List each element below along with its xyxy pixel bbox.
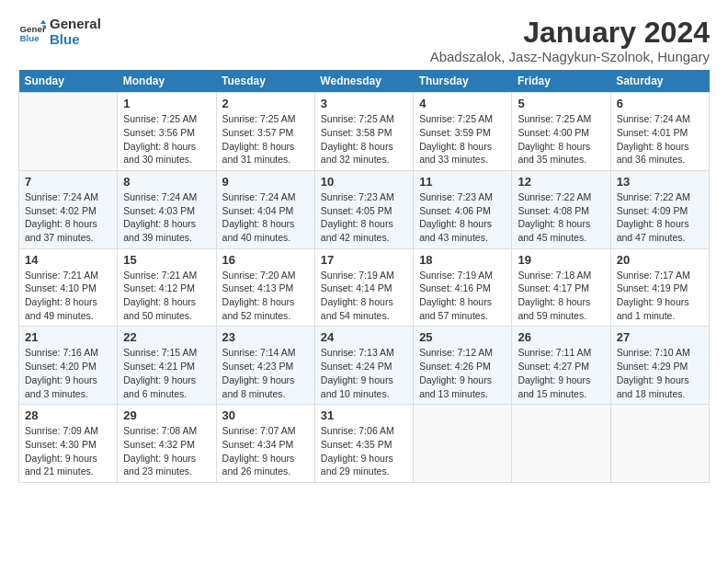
day-number: 26 — [518, 330, 604, 344]
day-number: 4 — [419, 97, 506, 110]
day-info: Sunrise: 7:18 AM Sunset: 4:17 PM Dayligh… — [518, 269, 604, 323]
day-info: Sunrise: 7:22 AM Sunset: 4:09 PM Dayligh… — [617, 190, 703, 245]
header-sunday: Sunday — [19, 70, 118, 93]
day-number: 12 — [518, 175, 604, 189]
day-number: 1 — [123, 97, 210, 110]
day-number: 8 — [123, 175, 210, 189]
day-number: 21 — [25, 330, 111, 344]
day-info: Sunrise: 7:24 AM Sunset: 4:04 PM Dayligh… — [222, 190, 309, 245]
calendar-header-row: SundayMondayTuesdayWednesdayThursdayFrid… — [19, 70, 710, 93]
week-row-3: 14Sunrise: 7:21 AM Sunset: 4:10 PM Dayli… — [19, 248, 710, 327]
calendar-cell: 21Sunrise: 7:16 AM Sunset: 4:20 PM Dayli… — [19, 327, 118, 405]
svg-text:Blue: Blue — [20, 32, 40, 42]
day-number: 24 — [321, 330, 407, 344]
calendar-cell: 29Sunrise: 7:08 AM Sunset: 4:32 PM Dayli… — [118, 405, 216, 483]
day-info: Sunrise: 7:14 AM Sunset: 4:23 PM Dayligh… — [222, 346, 309, 400]
svg-marker-2 — [40, 19, 46, 24]
calendar-cell: 11Sunrise: 7:23 AM Sunset: 4:06 PM Dayli… — [414, 170, 512, 248]
calendar-cell — [19, 93, 118, 171]
day-number: 29 — [123, 408, 210, 422]
logo-icon: General Blue — [18, 18, 46, 46]
day-info: Sunrise: 7:25 AM Sunset: 3:58 PM Dayligh… — [321, 112, 407, 167]
day-number: 22 — [123, 330, 210, 344]
calendar-cell: 27Sunrise: 7:10 AM Sunset: 4:29 PM Dayli… — [610, 327, 709, 405]
day-info: Sunrise: 7:09 AM Sunset: 4:30 PM Dayligh… — [25, 424, 111, 478]
day-number: 17 — [321, 253, 407, 267]
day-number: 15 — [123, 253, 210, 267]
calendar-cell: 31Sunrise: 7:06 AM Sunset: 4:35 PM Dayli… — [314, 405, 413, 483]
day-info: Sunrise: 7:20 AM Sunset: 4:13 PM Dayligh… — [222, 269, 309, 323]
day-number: 14 — [25, 253, 111, 267]
day-info: Sunrise: 7:24 AM Sunset: 4:01 PM Dayligh… — [617, 112, 703, 167]
calendar-cell: 16Sunrise: 7:20 AM Sunset: 4:13 PM Dayli… — [216, 248, 314, 327]
day-info: Sunrise: 7:08 AM Sunset: 4:32 PM Dayligh… — [123, 424, 210, 478]
calendar-cell: 7Sunrise: 7:24 AM Sunset: 4:02 PM Daylig… — [19, 170, 118, 248]
day-number: 2 — [222, 97, 309, 110]
day-number: 25 — [419, 330, 506, 344]
calendar-cell: 12Sunrise: 7:22 AM Sunset: 4:08 PM Dayli… — [512, 170, 610, 248]
week-row-4: 21Sunrise: 7:16 AM Sunset: 4:20 PM Dayli… — [19, 327, 710, 405]
calendar-cell: 25Sunrise: 7:12 AM Sunset: 4:26 PM Dayli… — [414, 327, 512, 405]
day-number: 20 — [617, 253, 703, 267]
logo-general: General — [50, 17, 101, 32]
header-friday: Friday — [512, 70, 610, 93]
day-number: 13 — [617, 175, 703, 189]
day-number: 7 — [25, 175, 111, 189]
day-info: Sunrise: 7:11 AM Sunset: 4:27 PM Dayligh… — [518, 346, 604, 400]
calendar-cell: 28Sunrise: 7:09 AM Sunset: 4:30 PM Dayli… — [19, 405, 118, 483]
calendar-cell: 20Sunrise: 7:17 AM Sunset: 4:19 PM Dayli… — [610, 248, 709, 327]
header-wednesday: Wednesday — [314, 70, 413, 93]
day-number: 19 — [518, 253, 604, 267]
day-info: Sunrise: 7:16 AM Sunset: 4:20 PM Dayligh… — [25, 346, 111, 400]
day-number: 16 — [222, 253, 309, 267]
calendar-cell: 14Sunrise: 7:21 AM Sunset: 4:10 PM Dayli… — [19, 248, 118, 327]
day-info: Sunrise: 7:24 AM Sunset: 4:02 PM Dayligh… — [25, 190, 111, 245]
calendar-cell: 8Sunrise: 7:24 AM Sunset: 4:03 PM Daylig… — [118, 170, 216, 248]
header: General Blue General Blue January 2024 A… — [18, 17, 710, 64]
day-info: Sunrise: 7:10 AM Sunset: 4:29 PM Dayligh… — [617, 346, 703, 400]
day-info: Sunrise: 7:13 AM Sunset: 4:24 PM Dayligh… — [321, 346, 407, 400]
header-saturday: Saturday — [610, 70, 709, 93]
day-info: Sunrise: 7:24 AM Sunset: 4:03 PM Dayligh… — [123, 190, 210, 245]
calendar-table: SundayMondayTuesdayWednesdayThursdayFrid… — [18, 70, 710, 483]
week-row-5: 28Sunrise: 7:09 AM Sunset: 4:30 PM Dayli… — [19, 405, 710, 483]
calendar-cell — [512, 405, 610, 483]
day-number: 6 — [617, 97, 703, 110]
day-info: Sunrise: 7:25 AM Sunset: 3:59 PM Dayligh… — [419, 112, 506, 167]
day-info: Sunrise: 7:07 AM Sunset: 4:34 PM Dayligh… — [222, 424, 309, 478]
day-number: 28 — [25, 408, 111, 422]
day-info: Sunrise: 7:12 AM Sunset: 4:26 PM Dayligh… — [419, 346, 506, 400]
day-info: Sunrise: 7:23 AM Sunset: 4:05 PM Dayligh… — [321, 190, 407, 245]
day-number: 5 — [518, 97, 604, 110]
calendar-cell: 30Sunrise: 7:07 AM Sunset: 4:34 PM Dayli… — [216, 405, 314, 483]
subtitle: Abadszalok, Jasz-Nagykun-Szolnok, Hungar… — [430, 49, 710, 64]
day-info: Sunrise: 7:23 AM Sunset: 4:06 PM Dayligh… — [419, 190, 506, 245]
day-number: 9 — [222, 175, 309, 189]
calendar-cell: 26Sunrise: 7:11 AM Sunset: 4:27 PM Dayli… — [512, 327, 610, 405]
calendar-cell: 19Sunrise: 7:18 AM Sunset: 4:17 PM Dayli… — [512, 248, 610, 327]
day-number: 31 — [321, 408, 407, 422]
logo-blue: Blue — [50, 32, 101, 48]
calendar-cell: 13Sunrise: 7:22 AM Sunset: 4:09 PM Dayli… — [610, 170, 709, 248]
calendar-cell: 5Sunrise: 7:25 AM Sunset: 4:00 PM Daylig… — [512, 93, 610, 171]
day-info: Sunrise: 7:25 AM Sunset: 3:57 PM Dayligh… — [222, 112, 309, 167]
day-info: Sunrise: 7:15 AM Sunset: 4:21 PM Dayligh… — [123, 346, 210, 400]
day-info: Sunrise: 7:22 AM Sunset: 4:08 PM Dayligh… — [518, 190, 604, 245]
logo: General Blue General Blue — [18, 17, 101, 47]
calendar-cell: 1Sunrise: 7:25 AM Sunset: 3:56 PM Daylig… — [118, 93, 216, 171]
page: General Blue General Blue January 2024 A… — [0, 0, 728, 492]
day-info: Sunrise: 7:06 AM Sunset: 4:35 PM Dayligh… — [321, 424, 407, 478]
day-number: 30 — [222, 408, 309, 422]
day-info: Sunrise: 7:25 AM Sunset: 3:56 PM Dayligh… — [123, 112, 210, 167]
calendar-cell: 6Sunrise: 7:24 AM Sunset: 4:01 PM Daylig… — [610, 93, 709, 171]
calendar-cell: 18Sunrise: 7:19 AM Sunset: 4:16 PM Dayli… — [414, 248, 512, 327]
header-monday: Monday — [118, 70, 216, 93]
calendar-cell: 10Sunrise: 7:23 AM Sunset: 4:05 PM Dayli… — [314, 170, 413, 248]
week-row-2: 7Sunrise: 7:24 AM Sunset: 4:02 PM Daylig… — [19, 170, 710, 248]
calendar-cell: 3Sunrise: 7:25 AM Sunset: 3:58 PM Daylig… — [314, 93, 413, 171]
day-number: 18 — [419, 253, 506, 267]
calendar-cell: 4Sunrise: 7:25 AM Sunset: 3:59 PM Daylig… — [414, 93, 512, 171]
calendar-cell: 24Sunrise: 7:13 AM Sunset: 4:24 PM Dayli… — [314, 327, 413, 405]
calendar-cell — [414, 405, 512, 483]
day-number: 10 — [321, 175, 407, 189]
